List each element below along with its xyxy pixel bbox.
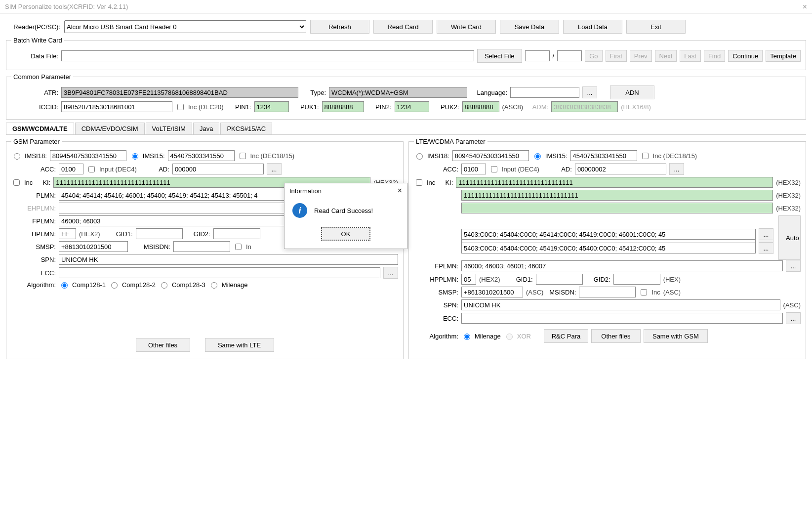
last-button[interactable]: Last	[680, 50, 701, 62]
lte-ki-inc-check[interactable]	[416, 179, 422, 186]
lte-hpplmn-input[interactable]	[461, 274, 476, 285]
gsm-ecc-input[interactable]	[59, 267, 380, 278]
tab-pkcs[interactable]: PKCS#15/AC	[220, 123, 272, 134]
pin2-input[interactable]	[395, 101, 429, 112]
continue-button[interactable]: Continue	[728, 50, 763, 62]
lte-smsp-input[interactable]	[461, 287, 523, 297]
gsm-gid2-input[interactable]	[213, 228, 260, 239]
save-data-button[interactable]: Save Data	[500, 20, 559, 34]
gsm-ecc-ellipsis[interactable]: ...	[383, 267, 398, 279]
data-file-input[interactable]	[61, 50, 474, 61]
go-button[interactable]: Go	[585, 50, 602, 62]
tab-java[interactable]: Java	[193, 123, 219, 134]
lte-other-files-button[interactable]: Other files	[591, 329, 641, 343]
select-file-button[interactable]: Select File	[477, 49, 522, 63]
lte-oplmn1-input[interactable]	[461, 229, 756, 240]
first-button[interactable]: First	[606, 50, 627, 62]
lte-oplmn1-ellipsis[interactable]: ...	[759, 228, 773, 240]
gsm-ad-ellipsis[interactable]: ...	[267, 163, 282, 175]
iccid-input[interactable]	[61, 101, 172, 112]
lte-rc-para-button[interactable]: R&C Para	[544, 329, 588, 343]
gsm-algo2-radio[interactable]	[111, 282, 118, 289]
batch-count1[interactable]	[525, 50, 550, 61]
prev-button[interactable]: Prev	[630, 50, 652, 62]
lte-algo1-radio[interactable]	[464, 334, 470, 340]
dialog-ok-button[interactable]: OK	[321, 227, 370, 241]
lte-ecc-ellipsis[interactable]: ...	[786, 312, 801, 324]
adm-input[interactable]	[551, 101, 618, 112]
gsm-spn-input[interactable]	[59, 254, 398, 265]
lte-msisdn-inc-check[interactable]	[641, 289, 647, 295]
lte-ad-ellipsis[interactable]: ...	[669, 163, 684, 175]
gsm-imsi-inc-check[interactable]	[240, 153, 246, 159]
gsm-imsi18-input[interactable]	[50, 150, 126, 161]
gsm-msisdn-inc-check[interactable]	[235, 244, 242, 250]
lte-imsi-inc-check[interactable]	[642, 153, 649, 159]
lte-oplmn2-ellipsis[interactable]: ...	[759, 242, 773, 254]
read-card-button[interactable]: Read Card	[373, 20, 433, 34]
gsm-same-lte-button[interactable]: Same with LTE	[205, 338, 274, 352]
lte-opc2-input[interactable]	[461, 203, 773, 213]
window-close-icon[interactable]: ×	[803, 0, 807, 14]
lte-auto-button[interactable]: Auto	[778, 215, 801, 260]
gsm-ki-inc-check[interactable]	[13, 179, 20, 186]
find-button[interactable]: Find	[704, 50, 725, 62]
puk2-input[interactable]	[462, 101, 499, 112]
adn-button[interactable]: ADN	[610, 85, 654, 99]
lte-imsi15-radio[interactable]	[534, 153, 541, 160]
lte-imsi15-input[interactable]	[570, 150, 637, 161]
lte-imsi18-input[interactable]	[452, 150, 529, 161]
gsm-hplmn-input[interactable]	[59, 228, 76, 239]
pin1-input[interactable]	[254, 101, 289, 112]
lte-ecc-input[interactable]	[461, 313, 783, 324]
gsm-imsi15-radio[interactable]	[132, 153, 138, 160]
reader-select[interactable]: Alcor Micro USB Smart Card Reader 0	[64, 20, 306, 33]
gsm-hplmn-label: HPLMN:	[11, 230, 56, 238]
write-card-button[interactable]: Write Card	[437, 20, 496, 34]
batch-count2[interactable]	[557, 50, 582, 61]
tab-gsm[interactable]: GSM/WCDMA/LTE	[6, 123, 74, 134]
gsm-input-dec4-check[interactable]	[88, 166, 95, 172]
tab-strip: GSM/WCDMA/LTE CDMA/EVDO/CSIM VoLTE/ISIM …	[6, 123, 806, 135]
atr-input[interactable]	[61, 87, 298, 98]
lte-imsi18-radio[interactable]	[416, 153, 423, 160]
tab-cdma[interactable]: CDMA/EVDO/CSIM	[75, 123, 145, 134]
puk1-input[interactable]	[322, 101, 364, 112]
gsm-imsi15-input[interactable]	[168, 150, 235, 161]
type-input[interactable]	[329, 87, 467, 98]
lte-ki-input[interactable]	[456, 177, 773, 188]
next-button[interactable]: Next	[655, 50, 677, 62]
gsm-algo3-radio[interactable]	[161, 282, 167, 289]
gsm-algo4-radio[interactable]	[211, 282, 217, 289]
lte-gid2-input[interactable]	[613, 274, 660, 285]
gsm-other-files-button[interactable]: Other files	[136, 338, 190, 352]
dialog-close-icon[interactable]: ×	[398, 186, 402, 195]
iccid-inc-check[interactable]	[177, 104, 184, 110]
gsm-ad-input[interactable]	[172, 164, 264, 174]
gsm-msisdn-input[interactable]	[173, 241, 230, 252]
refresh-button[interactable]: Refresh	[310, 20, 369, 34]
gsm-acc-input[interactable]	[59, 164, 83, 174]
lte-oplmn2-input[interactable]	[461, 243, 756, 253]
lte-msisdn-input[interactable]	[579, 287, 636, 297]
gsm-algo1-radio[interactable]	[61, 282, 68, 289]
lte-opc-input[interactable]	[461, 190, 773, 201]
lte-imsi-inc-hint: Inc (DEC18/15)	[653, 152, 697, 160]
lte-input-dec4-check[interactable]	[491, 166, 497, 172]
exit-button[interactable]: Exit	[626, 20, 686, 34]
lte-same-gsm-button[interactable]: Same with GSM	[644, 329, 708, 343]
lte-acc-input[interactable]	[461, 164, 486, 174]
lte-ad-input[interactable]	[575, 164, 666, 174]
gsm-gid1-input[interactable]	[136, 228, 183, 239]
lte-gid1-input[interactable]	[536, 274, 583, 285]
language-ellipsis-button[interactable]: ...	[582, 86, 597, 98]
template-button[interactable]: Template	[766, 50, 801, 62]
lte-spn-input[interactable]	[461, 299, 780, 310]
tab-volte[interactable]: VoLTE/ISIM	[146, 123, 192, 134]
gsm-imsi18-radio[interactable]	[14, 153, 20, 160]
lte-fplmn-ellipsis[interactable]: ...	[786, 260, 801, 272]
load-data-button[interactable]: Load Data	[563, 20, 622, 34]
lte-fplmn-input[interactable]	[461, 260, 783, 271]
language-input[interactable]	[510, 87, 579, 98]
gsm-smsp-input[interactable]	[59, 241, 128, 252]
